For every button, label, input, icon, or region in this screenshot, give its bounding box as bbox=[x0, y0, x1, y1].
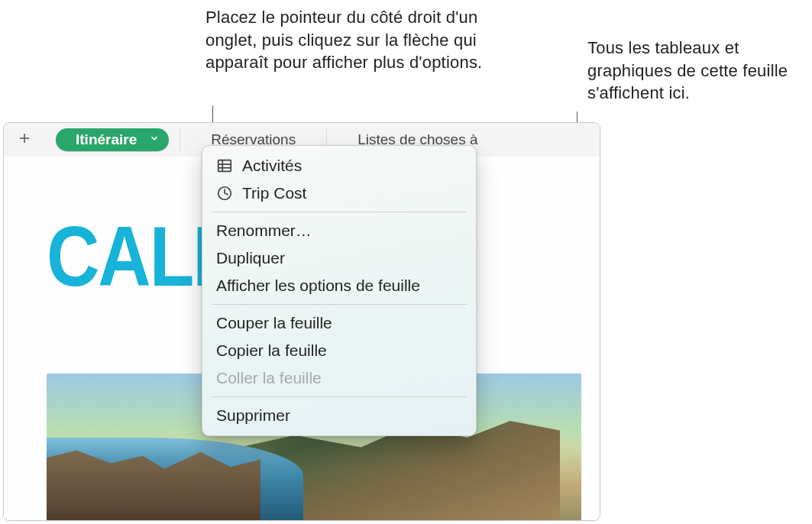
menu-separator bbox=[212, 212, 467, 212]
menu-item-label: Coller la feuille bbox=[216, 369, 462, 387]
clock-icon bbox=[216, 185, 233, 202]
menu-item-paste: Coller la feuille bbox=[202, 364, 476, 392]
svg-rect-2 bbox=[218, 160, 231, 172]
menu-item-activites[interactable]: Activités bbox=[202, 152, 476, 180]
menu-item-copy[interactable]: Copier la feuille bbox=[202, 337, 476, 364]
menu-separator bbox=[212, 396, 467, 397]
menu-item-duplicate[interactable]: Dupliquer bbox=[202, 244, 476, 272]
menu-item-label: Couper la feuille bbox=[216, 314, 462, 332]
menu-item-label: Renommer… bbox=[216, 222, 462, 240]
table-icon bbox=[216, 157, 233, 174]
menu-item-tripcost[interactable]: Trip Cost bbox=[202, 180, 476, 207]
document-title: CALI bbox=[47, 209, 212, 306]
menu-item-label: Copier la feuille bbox=[216, 341, 462, 360]
menu-item-label: Afficher les options de feuille bbox=[216, 277, 462, 295]
tab-label: Itinéraire bbox=[76, 131, 137, 148]
callout-sheet-contents: Tous les tableaux et graphiques de cette… bbox=[587, 37, 801, 105]
menu-item-delete[interactable]: Supprimer bbox=[202, 402, 476, 429]
tab-itineraire[interactable]: Itinéraire bbox=[56, 128, 169, 151]
callout-tab-arrow: Placez le pointeur du côté droit d'un on… bbox=[205, 6, 511, 74]
chevron-down-icon[interactable] bbox=[149, 131, 160, 147]
menu-item-sheet-options[interactable]: Afficher les options de feuille bbox=[202, 272, 476, 299]
menu-item-label: Activités bbox=[242, 157, 462, 175]
menu-item-rename[interactable]: Renommer… bbox=[202, 217, 476, 244]
menu-item-label: Trip Cost bbox=[242, 184, 462, 202]
menu-item-label: Supprimer bbox=[216, 406, 462, 425]
menu-item-label: Dupliquer bbox=[216, 249, 462, 267]
menu-separator bbox=[212, 304, 467, 305]
add-sheet-button[interactable] bbox=[4, 123, 45, 157]
menu-item-cut[interactable]: Couper la feuille bbox=[202, 309, 476, 337]
plus-icon bbox=[18, 131, 31, 148]
tab-context-menu: Activités Trip Cost Renommer… Dupliquer … bbox=[202, 145, 477, 436]
